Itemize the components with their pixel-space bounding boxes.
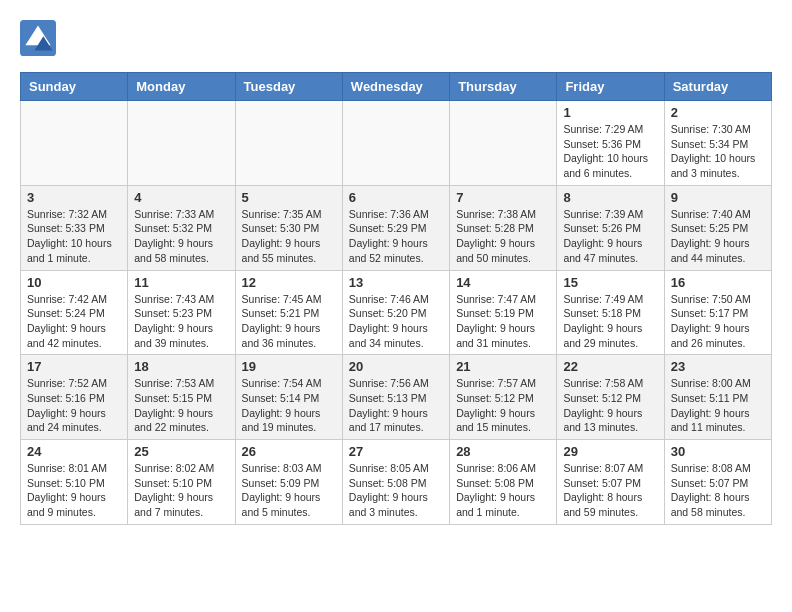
header xyxy=(20,20,772,56)
week-row-3: 10Sunrise: 7:42 AM Sunset: 5:24 PM Dayli… xyxy=(21,270,772,355)
day-info: Sunrise: 8:06 AM Sunset: 5:08 PM Dayligh… xyxy=(456,461,550,520)
calendar-cell xyxy=(235,101,342,186)
calendar-cell: 6Sunrise: 7:36 AM Sunset: 5:29 PM Daylig… xyxy=(342,185,449,270)
calendar-cell: 9Sunrise: 7:40 AM Sunset: 5:25 PM Daylig… xyxy=(664,185,771,270)
day-number: 23 xyxy=(671,359,765,374)
week-row-2: 3Sunrise: 7:32 AM Sunset: 5:33 PM Daylig… xyxy=(21,185,772,270)
calendar: SundayMondayTuesdayWednesdayThursdayFrid… xyxy=(20,72,772,525)
day-info: Sunrise: 7:58 AM Sunset: 5:12 PM Dayligh… xyxy=(563,376,657,435)
day-number: 30 xyxy=(671,444,765,459)
header-saturday: Saturday xyxy=(664,73,771,101)
calendar-cell: 24Sunrise: 8:01 AM Sunset: 5:10 PM Dayli… xyxy=(21,440,128,525)
day-number: 17 xyxy=(27,359,121,374)
day-info: Sunrise: 7:56 AM Sunset: 5:13 PM Dayligh… xyxy=(349,376,443,435)
day-info: Sunrise: 7:29 AM Sunset: 5:36 PM Dayligh… xyxy=(563,122,657,181)
day-number: 9 xyxy=(671,190,765,205)
calendar-cell: 27Sunrise: 8:05 AM Sunset: 5:08 PM Dayli… xyxy=(342,440,449,525)
day-number: 1 xyxy=(563,105,657,120)
calendar-cell: 12Sunrise: 7:45 AM Sunset: 5:21 PM Dayli… xyxy=(235,270,342,355)
calendar-cell: 19Sunrise: 7:54 AM Sunset: 5:14 PM Dayli… xyxy=(235,355,342,440)
day-number: 10 xyxy=(27,275,121,290)
day-number: 29 xyxy=(563,444,657,459)
calendar-cell: 25Sunrise: 8:02 AM Sunset: 5:10 PM Dayli… xyxy=(128,440,235,525)
day-number: 6 xyxy=(349,190,443,205)
day-info: Sunrise: 7:35 AM Sunset: 5:30 PM Dayligh… xyxy=(242,207,336,266)
day-info: Sunrise: 7:30 AM Sunset: 5:34 PM Dayligh… xyxy=(671,122,765,181)
header-friday: Friday xyxy=(557,73,664,101)
calendar-cell: 2Sunrise: 7:30 AM Sunset: 5:34 PM Daylig… xyxy=(664,101,771,186)
day-number: 18 xyxy=(134,359,228,374)
day-number: 19 xyxy=(242,359,336,374)
calendar-cell: 23Sunrise: 8:00 AM Sunset: 5:11 PM Dayli… xyxy=(664,355,771,440)
day-info: Sunrise: 8:01 AM Sunset: 5:10 PM Dayligh… xyxy=(27,461,121,520)
calendar-cell: 8Sunrise: 7:39 AM Sunset: 5:26 PM Daylig… xyxy=(557,185,664,270)
header-sunday: Sunday xyxy=(21,73,128,101)
day-number: 21 xyxy=(456,359,550,374)
calendar-cell: 18Sunrise: 7:53 AM Sunset: 5:15 PM Dayli… xyxy=(128,355,235,440)
calendar-cell xyxy=(128,101,235,186)
day-info: Sunrise: 7:47 AM Sunset: 5:19 PM Dayligh… xyxy=(456,292,550,351)
day-info: Sunrise: 7:36 AM Sunset: 5:29 PM Dayligh… xyxy=(349,207,443,266)
day-info: Sunrise: 7:33 AM Sunset: 5:32 PM Dayligh… xyxy=(134,207,228,266)
calendar-cell: 10Sunrise: 7:42 AM Sunset: 5:24 PM Dayli… xyxy=(21,270,128,355)
calendar-cell: 7Sunrise: 7:38 AM Sunset: 5:28 PM Daylig… xyxy=(450,185,557,270)
day-info: Sunrise: 7:52 AM Sunset: 5:16 PM Dayligh… xyxy=(27,376,121,435)
day-info: Sunrise: 7:46 AM Sunset: 5:20 PM Dayligh… xyxy=(349,292,443,351)
day-number: 2 xyxy=(671,105,765,120)
header-monday: Monday xyxy=(128,73,235,101)
calendar-cell: 30Sunrise: 8:08 AM Sunset: 5:07 PM Dayli… xyxy=(664,440,771,525)
week-row-4: 17Sunrise: 7:52 AM Sunset: 5:16 PM Dayli… xyxy=(21,355,772,440)
logo-icon xyxy=(20,20,56,56)
calendar-cell: 16Sunrise: 7:50 AM Sunset: 5:17 PM Dayli… xyxy=(664,270,771,355)
day-number: 11 xyxy=(134,275,228,290)
day-number: 16 xyxy=(671,275,765,290)
calendar-cell: 1Sunrise: 7:29 AM Sunset: 5:36 PM Daylig… xyxy=(557,101,664,186)
day-number: 15 xyxy=(563,275,657,290)
calendar-cell: 15Sunrise: 7:49 AM Sunset: 5:18 PM Dayli… xyxy=(557,270,664,355)
day-number: 8 xyxy=(563,190,657,205)
day-info: Sunrise: 7:43 AM Sunset: 5:23 PM Dayligh… xyxy=(134,292,228,351)
calendar-cell: 11Sunrise: 7:43 AM Sunset: 5:23 PM Dayli… xyxy=(128,270,235,355)
day-info: Sunrise: 7:53 AM Sunset: 5:15 PM Dayligh… xyxy=(134,376,228,435)
day-number: 26 xyxy=(242,444,336,459)
calendar-cell: 3Sunrise: 7:32 AM Sunset: 5:33 PM Daylig… xyxy=(21,185,128,270)
calendar-cell: 22Sunrise: 7:58 AM Sunset: 5:12 PM Dayli… xyxy=(557,355,664,440)
week-row-5: 24Sunrise: 8:01 AM Sunset: 5:10 PM Dayli… xyxy=(21,440,772,525)
header-tuesday: Tuesday xyxy=(235,73,342,101)
day-number: 4 xyxy=(134,190,228,205)
calendar-cell: 4Sunrise: 7:33 AM Sunset: 5:32 PM Daylig… xyxy=(128,185,235,270)
day-number: 5 xyxy=(242,190,336,205)
day-number: 14 xyxy=(456,275,550,290)
week-row-1: 1Sunrise: 7:29 AM Sunset: 5:36 PM Daylig… xyxy=(21,101,772,186)
day-number: 27 xyxy=(349,444,443,459)
logo xyxy=(20,20,62,56)
calendar-cell: 5Sunrise: 7:35 AM Sunset: 5:30 PM Daylig… xyxy=(235,185,342,270)
calendar-cell xyxy=(450,101,557,186)
day-number: 12 xyxy=(242,275,336,290)
calendar-cell: 29Sunrise: 8:07 AM Sunset: 5:07 PM Dayli… xyxy=(557,440,664,525)
calendar-cell: 14Sunrise: 7:47 AM Sunset: 5:19 PM Dayli… xyxy=(450,270,557,355)
calendar-cell xyxy=(21,101,128,186)
header-thursday: Thursday xyxy=(450,73,557,101)
day-number: 3 xyxy=(27,190,121,205)
day-number: 7 xyxy=(456,190,550,205)
day-info: Sunrise: 7:39 AM Sunset: 5:26 PM Dayligh… xyxy=(563,207,657,266)
day-info: Sunrise: 8:02 AM Sunset: 5:10 PM Dayligh… xyxy=(134,461,228,520)
day-info: Sunrise: 7:38 AM Sunset: 5:28 PM Dayligh… xyxy=(456,207,550,266)
day-number: 22 xyxy=(563,359,657,374)
calendar-cell xyxy=(342,101,449,186)
day-info: Sunrise: 7:49 AM Sunset: 5:18 PM Dayligh… xyxy=(563,292,657,351)
calendar-cell: 17Sunrise: 7:52 AM Sunset: 5:16 PM Dayli… xyxy=(21,355,128,440)
calendar-cell: 13Sunrise: 7:46 AM Sunset: 5:20 PM Dayli… xyxy=(342,270,449,355)
header-wednesday: Wednesday xyxy=(342,73,449,101)
day-info: Sunrise: 7:54 AM Sunset: 5:14 PM Dayligh… xyxy=(242,376,336,435)
calendar-cell: 20Sunrise: 7:56 AM Sunset: 5:13 PM Dayli… xyxy=(342,355,449,440)
day-info: Sunrise: 8:07 AM Sunset: 5:07 PM Dayligh… xyxy=(563,461,657,520)
day-info: Sunrise: 8:05 AM Sunset: 5:08 PM Dayligh… xyxy=(349,461,443,520)
day-info: Sunrise: 7:42 AM Sunset: 5:24 PM Dayligh… xyxy=(27,292,121,351)
day-number: 13 xyxy=(349,275,443,290)
day-number: 28 xyxy=(456,444,550,459)
day-number: 20 xyxy=(349,359,443,374)
day-info: Sunrise: 7:32 AM Sunset: 5:33 PM Dayligh… xyxy=(27,207,121,266)
day-info: Sunrise: 7:50 AM Sunset: 5:17 PM Dayligh… xyxy=(671,292,765,351)
